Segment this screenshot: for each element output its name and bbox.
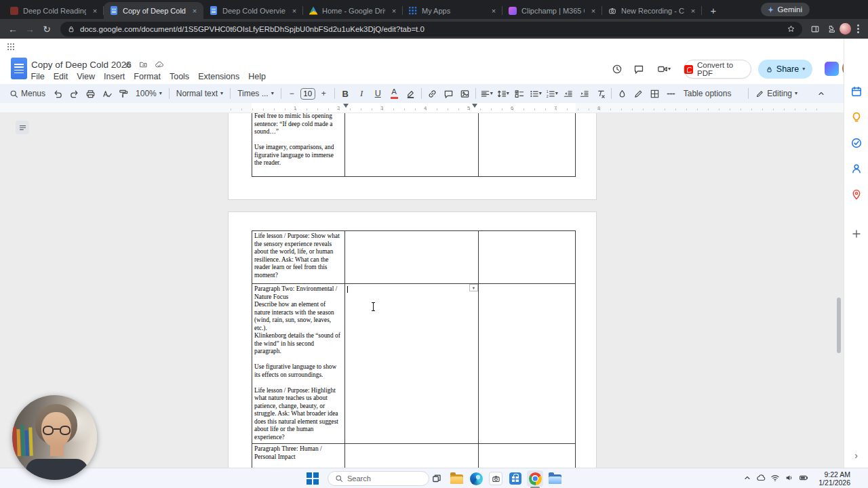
start-button[interactable] bbox=[307, 472, 319, 485]
tab-close-icon[interactable]: × bbox=[290, 6, 299, 16]
browser-tab-1[interactable]: Deep Cold Reading Assignm... × bbox=[4, 2, 104, 19]
hide-side-panel-icon[interactable]: › bbox=[854, 450, 858, 461]
apps-grid-icon[interactable] bbox=[6, 42, 16, 52]
onedrive-cloud-icon[interactable] bbox=[756, 473, 766, 483]
zoom-select[interactable]: 100% ▾ bbox=[132, 85, 166, 102]
table-cell-prompt[interactable]: Paragraph Two: Environmental / Nature Fo… bbox=[252, 284, 345, 444]
menu-insert[interactable]: Insert bbox=[100, 71, 130, 82]
address-bar[interactable]: docs.google.com/document/d/1S5GPVHC0t6OI… bbox=[60, 22, 802, 37]
document-title[interactable]: Copy of Deep Cold 2026 bbox=[31, 60, 132, 70]
task-view-icon[interactable] bbox=[429, 470, 445, 487]
bulleted-list-button[interactable]: ▾ bbox=[528, 85, 543, 102]
font-size-decrease-button[interactable]: − bbox=[284, 85, 300, 102]
files-icon[interactable] bbox=[547, 470, 563, 487]
store-icon[interactable] bbox=[507, 470, 524, 487]
border-color-button[interactable] bbox=[631, 85, 646, 102]
table-cell-notes[interactable] bbox=[479, 444, 576, 468]
menu-edit[interactable]: Edit bbox=[49, 71, 73, 82]
browser-menu-icon[interactable] bbox=[853, 22, 863, 36]
editing-mode-select[interactable]: Editing ▾ bbox=[751, 85, 802, 102]
back-button[interactable]: ← bbox=[5, 22, 20, 37]
table-options-button[interactable]: Table options bbox=[679, 85, 736, 102]
line-spacing-button[interactable]: ▾ bbox=[495, 85, 511, 102]
menus-search-button[interactable]: Menus bbox=[5, 85, 50, 102]
tab-close-icon[interactable]: × bbox=[190, 6, 199, 16]
file-explorer-icon[interactable] bbox=[448, 470, 465, 487]
checklist-button[interactable] bbox=[511, 85, 527, 102]
extensions-icon[interactable] bbox=[824, 22, 837, 36]
undo-button[interactable] bbox=[50, 85, 66, 102]
border-dash-button[interactable] bbox=[663, 85, 679, 102]
comments-icon[interactable] bbox=[629, 60, 648, 79]
font-size-increase-button[interactable]: + bbox=[316, 85, 332, 102]
menu-file[interactable]: File bbox=[26, 71, 49, 82]
insert-link-button[interactable] bbox=[425, 85, 440, 102]
right-indent-marker[interactable] bbox=[472, 104, 477, 108]
italic-button[interactable]: I bbox=[354, 85, 370, 102]
document-canvas[interactable]: Feel free to mimic his opening sentence:… bbox=[0, 113, 844, 468]
tab-close-icon[interactable]: × bbox=[389, 6, 399, 16]
insert-image-button[interactable] bbox=[457, 85, 473, 102]
keep-icon[interactable] bbox=[850, 110, 863, 124]
share-button[interactable]: Share ▾ bbox=[758, 60, 812, 79]
print-button[interactable] bbox=[83, 85, 98, 102]
move-folder-icon[interactable] bbox=[139, 60, 148, 69]
tasks-icon[interactable] bbox=[850, 136, 863, 150]
table-cell-response-active[interactable]: ▾ bbox=[345, 284, 479, 444]
table-cell-prompt[interactable]: Feel free to mimic his opening sentence:… bbox=[252, 113, 345, 177]
table-cell-notes[interactable] bbox=[479, 230, 576, 284]
maps-icon[interactable] bbox=[850, 188, 863, 201]
version-history-icon[interactable] bbox=[608, 60, 627, 79]
tray-expand-icon[interactable] bbox=[743, 474, 751, 482]
left-indent-marker[interactable] bbox=[343, 104, 349, 108]
table-cell-notes[interactable] bbox=[479, 113, 576, 177]
browser-tab-2-active[interactable]: Copy of Deep Cold 2026 - ... × bbox=[104, 2, 203, 19]
browser-profile-avatar[interactable] bbox=[840, 23, 851, 35]
vertical-scrollbar[interactable] bbox=[837, 298, 841, 353]
reload-button[interactable]: ↻ bbox=[39, 22, 54, 37]
tab-close-icon[interactable]: × bbox=[489, 6, 498, 16]
camera-app-icon[interactable] bbox=[488, 470, 504, 487]
border-width-button[interactable] bbox=[647, 85, 663, 102]
tab-close-icon[interactable]: × bbox=[90, 6, 100, 16]
forward-button[interactable]: → bbox=[22, 22, 37, 37]
bold-button[interactable]: B bbox=[338, 85, 353, 102]
cell-dropdown-icon[interactable]: ▾ bbox=[469, 284, 478, 291]
table-cell-response[interactable] bbox=[345, 230, 479, 284]
highlight-color-button[interactable] bbox=[403, 85, 418, 102]
tab-close-icon[interactable]: × bbox=[688, 6, 698, 16]
bookmark-star-icon[interactable] bbox=[787, 24, 795, 33]
document-outline-icon[interactable] bbox=[16, 121, 29, 134]
browser-tab-6[interactable]: Clipchamp | M365 Copilot × bbox=[502, 2, 602, 19]
tab-close-icon[interactable]: × bbox=[589, 6, 598, 16]
wifi-icon[interactable] bbox=[770, 473, 780, 483]
text-color-button[interactable]: A bbox=[387, 85, 402, 102]
spell-check-button[interactable] bbox=[99, 85, 115, 102]
cell-background-color-button[interactable] bbox=[614, 85, 630, 102]
menu-view[interactable]: View bbox=[73, 71, 100, 82]
volume-icon[interactable] bbox=[785, 473, 794, 483]
contacts-icon[interactable] bbox=[850, 162, 863, 176]
redo-button[interactable] bbox=[66, 85, 82, 102]
numbered-list-button[interactable]: ▾ bbox=[544, 85, 559, 102]
font-select[interactable]: Times ... ▾ bbox=[233, 85, 278, 102]
browser-tab-5[interactable]: My Apps × bbox=[403, 2, 502, 19]
menu-format[interactable]: Format bbox=[130, 71, 165, 82]
chrome-icon[interactable] bbox=[527, 470, 543, 487]
menu-help[interactable]: Help bbox=[244, 71, 271, 82]
side-panel-icon[interactable] bbox=[808, 22, 822, 36]
gemini-button[interactable]: Gemini bbox=[761, 3, 810, 16]
menu-extensions[interactable]: Extensions bbox=[194, 71, 244, 82]
browser-tab-4[interactable]: Home - Google Drive × bbox=[303, 2, 403, 19]
menu-tools[interactable]: Tools bbox=[165, 71, 193, 82]
hide-menus-button[interactable] bbox=[813, 85, 829, 102]
url-text[interactable]: docs.google.com/document/d/1S5GPVHC0t6OI… bbox=[80, 25, 782, 33]
battery-icon[interactable] bbox=[799, 473, 808, 483]
browser-tab-3[interactable]: Deep Cold Overview - Googl... × bbox=[203, 2, 303, 19]
decrease-indent-button[interactable] bbox=[560, 85, 576, 102]
table-cell-response[interactable] bbox=[345, 444, 479, 468]
styles-select[interactable]: Normal text ▾ bbox=[172, 85, 227, 102]
calendar-icon[interactable] bbox=[850, 85, 863, 98]
underline-button[interactable]: U bbox=[370, 85, 386, 102]
font-size-input[interactable] bbox=[300, 88, 315, 100]
